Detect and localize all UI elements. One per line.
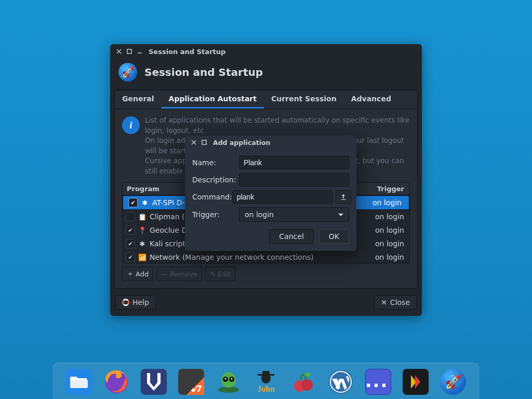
window-titlebar[interactable]: Session and Startup bbox=[110, 44, 422, 59]
close-icon[interactable] bbox=[190, 139, 197, 146]
col-trigger[interactable]: Trigger bbox=[363, 183, 409, 195]
app-icon: 📶 bbox=[138, 254, 147, 261]
close-button[interactable]: ✕Close bbox=[374, 295, 417, 310]
dialog-titlebar[interactable]: Add application bbox=[185, 136, 356, 149]
table-row[interactable]: 📶Network (Manage your network connection… bbox=[123, 250, 409, 263]
minimize-icon[interactable] bbox=[136, 48, 143, 55]
plus-icon: ＋ bbox=[127, 269, 134, 278]
upload-icon bbox=[340, 193, 347, 201]
dock-terminal[interactable]: ... bbox=[364, 368, 392, 396]
rocket-icon: 🚀 bbox=[118, 63, 137, 82]
dock-session-startup[interactable]: 🚀 bbox=[439, 368, 467, 396]
dock-cherrytree[interactable] bbox=[289, 368, 317, 396]
close-x-icon: ✕ bbox=[381, 298, 387, 307]
lifering-icon bbox=[122, 299, 129, 306]
row-checkbox[interactable] bbox=[126, 212, 135, 221]
app-icon: ✱ bbox=[138, 240, 147, 248]
dock-ghidra[interactable] bbox=[215, 368, 243, 396]
svg-point-15 bbox=[304, 373, 311, 377]
add-application-dialog: Add application Name: Description: Comma… bbox=[185, 136, 356, 251]
tab-current-session[interactable]: Current Session bbox=[264, 90, 344, 109]
trigger-label: Trigger: bbox=[192, 210, 239, 219]
name-label: Name: bbox=[192, 158, 239, 167]
app-name: Network (Manage your network connections… bbox=[150, 253, 365, 261]
tab-bar: General Application Autostart Current Se… bbox=[115, 90, 417, 109]
app-trigger: on login bbox=[362, 198, 404, 207]
row-checkbox[interactable] bbox=[128, 198, 138, 207]
svg-point-8 bbox=[231, 378, 233, 380]
svg-point-14 bbox=[301, 379, 313, 391]
dock-burpsuite[interactable]: 4⁄7 bbox=[177, 368, 205, 396]
dock-wordpress[interactable] bbox=[327, 368, 355, 396]
svg-rect-0 bbox=[127, 49, 131, 54]
maximize-icon[interactable] bbox=[126, 48, 133, 55]
dock-plex[interactable] bbox=[402, 368, 430, 396]
command-label: Command: bbox=[192, 193, 232, 201]
info-icon: i bbox=[122, 116, 140, 134]
svg-text:John: John bbox=[257, 384, 275, 393]
maximize-icon[interactable] bbox=[201, 139, 208, 146]
app-trigger: on login bbox=[365, 253, 406, 261]
page-title: Session and Startup bbox=[144, 66, 263, 78]
row-checkbox[interactable] bbox=[126, 239, 135, 248]
app-icon: 📋 bbox=[138, 213, 147, 221]
edit-button[interactable]: ✎Edit bbox=[205, 267, 235, 281]
app-icon: ✱ bbox=[141, 199, 149, 207]
tab-application-autostart[interactable]: Application Autostart bbox=[162, 90, 264, 109]
row-checkbox[interactable] bbox=[126, 225, 135, 235]
dialog-title: Add application bbox=[213, 139, 270, 147]
minus-icon: — bbox=[161, 270, 168, 278]
svg-rect-2 bbox=[70, 380, 88, 388]
window-header: 🚀 Session and Startup bbox=[110, 59, 422, 90]
trigger-select[interactable]: on login bbox=[239, 207, 349, 222]
ok-button[interactable]: OK bbox=[319, 229, 349, 244]
app-icon: 📍 bbox=[138, 227, 147, 234]
trigger-value: on login bbox=[245, 210, 274, 219]
dock: 4⁄7 John ... 🚀 bbox=[52, 363, 480, 399]
command-field[interactable] bbox=[232, 190, 332, 204]
window-title: Session and Startup bbox=[149, 48, 225, 56]
dock-metasploit[interactable] bbox=[140, 368, 168, 396]
window-footer: Help ✕Close bbox=[110, 289, 422, 316]
svg-point-7 bbox=[225, 378, 227, 380]
remove-button[interactable]: —Remove bbox=[156, 267, 202, 281]
row-checkbox[interactable] bbox=[126, 252, 135, 262]
tab-general[interactable]: General bbox=[115, 90, 162, 109]
app-trigger: on login bbox=[365, 226, 406, 234]
svg-rect-1 bbox=[202, 140, 206, 144]
table-toolbar: ＋Add —Remove ✎Edit bbox=[122, 263, 410, 281]
pencil-icon: ✎ bbox=[210, 270, 216, 278]
svg-rect-11 bbox=[262, 371, 270, 375]
browse-command-button[interactable] bbox=[336, 190, 351, 204]
help-button[interactable]: Help bbox=[115, 295, 156, 310]
tab-advanced[interactable]: Advanced bbox=[344, 90, 398, 109]
app-trigger: on login bbox=[365, 212, 406, 221]
dock-firefox[interactable] bbox=[102, 368, 130, 396]
dock-john[interactable]: John bbox=[252, 368, 280, 396]
name-field[interactable] bbox=[239, 156, 349, 169]
dock-file-manager[interactable] bbox=[65, 368, 93, 396]
description-field[interactable] bbox=[239, 173, 349, 187]
app-trigger: on login bbox=[365, 240, 406, 248]
add-button[interactable]: ＋Add bbox=[122, 267, 153, 281]
cancel-button[interactable]: Cancel bbox=[269, 229, 313, 244]
chevron-down-icon bbox=[338, 214, 343, 216]
description-label: Description: bbox=[192, 176, 239, 184]
close-icon[interactable] bbox=[115, 48, 123, 55]
